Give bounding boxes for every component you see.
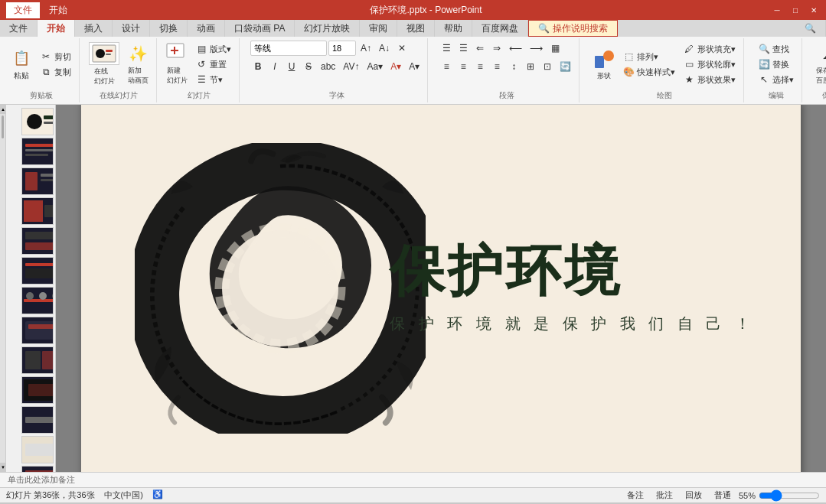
- normal-view-button[interactable]: 普通: [710, 489, 736, 502]
- slide-thumb-10[interactable]: [21, 138, 54, 165]
- justify-button[interactable]: ≡: [489, 60, 504, 73]
- new-slide-icon: [166, 43, 188, 64]
- format-button[interactable]: ▤ 版式▾: [192, 42, 234, 56]
- case-button[interactable]: Aa▾: [364, 60, 386, 73]
- select-button[interactable]: ↖ 选择▾: [755, 73, 797, 86]
- online-slides-button[interactable]: 在线幻灯片: [86, 41, 122, 88]
- underline-button[interactable]: U: [284, 60, 299, 73]
- ribbon-tab-pa[interactable]: 口袋动画 PA: [225, 20, 295, 37]
- shapes-button[interactable]: 形状: [590, 47, 618, 83]
- strikethrough-button[interactable]: S: [301, 60, 316, 73]
- shape-style-buttons: 🖊 形状填充▾ ▭ 形状轮廓▾ ★ 形状效果▾: [680, 42, 739, 86]
- shape-effect-button[interactable]: ★ 形状效果▾: [680, 73, 739, 86]
- bullets-button[interactable]: ☰: [439, 42, 454, 54]
- slide-thumb-9[interactable]: [21, 108, 54, 135]
- slide-thumb-14[interactable]: [21, 257, 54, 285]
- font-family-input[interactable]: [250, 41, 327, 56]
- add-animation-button[interactable]: ✨ 新加动画页: [124, 41, 152, 87]
- align-text-button[interactable]: ⊡: [540, 60, 555, 73]
- copy-button[interactable]: ⧉ 复制: [37, 65, 74, 79]
- group-slides: 新建幻灯片 ▤ 版式▾ ↺ 重置 ☰ 节▾: [158, 38, 240, 102]
- ribbon-tab-home[interactable]: 开始: [38, 20, 75, 37]
- slide-thumb-11[interactable]: [21, 167, 54, 195]
- find-button[interactable]: 🔍 查找: [755, 42, 797, 56]
- scroll-up-arrow[interactable]: ▲: [0, 105, 6, 114]
- svg-rect-22: [44, 205, 53, 217]
- slide-19-wrapper: 9: [8, 406, 54, 434]
- clear-format-button[interactable]: ✕: [394, 42, 410, 54]
- smartart-button[interactable]: 🔄: [557, 60, 574, 73]
- tab-file[interactable]: 文件: [6, 2, 40, 18]
- ribbon-tab-help[interactable]: 帮助: [435, 20, 472, 37]
- shape-outline-button[interactable]: ▭ 形状轮廓▾: [680, 57, 739, 71]
- align-right-button[interactable]: ≡: [472, 60, 488, 73]
- ribbon-tab-slideshow[interactable]: 幻灯片放映: [295, 20, 360, 37]
- ribbon-tab-review[interactable]: 审阅: [360, 20, 397, 37]
- numbering-button[interactable]: ☰: [455, 42, 471, 54]
- text-direction-button[interactable]: ⊞: [523, 60, 538, 73]
- slide-thumb-17[interactable]: [21, 346, 54, 374]
- paste-button[interactable]: 📋 粘贴: [8, 46, 35, 83]
- ribbon-tab-insert[interactable]: 插入: [75, 20, 113, 37]
- ltr-button[interactable]: ⟶: [527, 42, 546, 54]
- ribbon-tab-search[interactable]: 🔍 操作说明搜索: [528, 20, 617, 37]
- quick-style-button[interactable]: 🎨 快速样式▾: [619, 65, 678, 79]
- font-color2-button[interactable]: A▾: [406, 60, 423, 73]
- increase-font-button[interactable]: A↑: [357, 42, 374, 54]
- comments-view-button[interactable]: 批注: [651, 489, 677, 502]
- align-left-button[interactable]: ≡: [439, 60, 454, 73]
- notes-placeholder[interactable]: 单击此处添加备注: [8, 474, 75, 486]
- maximize-button[interactable]: □: [789, 4, 802, 16]
- slide-thumb-13[interactable]: [21, 227, 54, 255]
- font-color-button[interactable]: A▾: [387, 60, 404, 73]
- ribbon-tab-extra[interactable]: 🔍: [795, 20, 826, 37]
- charspace-button[interactable]: AV↑: [340, 60, 362, 73]
- save-baidu-button[interactable]: ☁ 保存到百度网盘: [813, 41, 826, 87]
- font-row-2: B I U S abc AV↑ Aa▾ A▾ A▾: [250, 58, 423, 75]
- notes-view-button[interactable]: 备注: [622, 489, 648, 502]
- decrease-font-button[interactable]: A↓: [376, 42, 393, 54]
- columns-button[interactable]: ▦: [547, 42, 563, 54]
- slide-thumb-16[interactable]: [21, 317, 54, 344]
- ribbon-tab-transition[interactable]: 切换: [150, 20, 188, 37]
- ribbon-tab-design[interactable]: 设计: [113, 20, 150, 37]
- scroll-down-arrow[interactable]: ▼: [0, 463, 6, 472]
- line-spacing-button[interactable]: ↕: [506, 60, 521, 73]
- section-button[interactable]: ☰ 节▾: [192, 73, 234, 86]
- ribbon-tab-baidu[interactable]: 百度网盘: [472, 20, 528, 37]
- font-size-input[interactable]: [328, 41, 356, 56]
- increase-indent-button[interactable]: ⇒: [489, 42, 504, 54]
- decrease-indent-button[interactable]: ⇐: [472, 42, 488, 54]
- slide-thumb-19[interactable]: [21, 406, 54, 434]
- slide-thumb-20[interactable]: [21, 436, 54, 463]
- align-center-button[interactable]: ≡: [455, 60, 471, 73]
- slide-thumb-18[interactable]: [21, 376, 54, 404]
- ribbon-tab-animation[interactable]: 动画: [188, 20, 225, 37]
- left-scrollbar[interactable]: ▲ ▼: [0, 105, 6, 472]
- new-slide-button[interactable]: 新建幻灯片: [163, 41, 191, 87]
- replace-button[interactable]: 🔄 替换: [755, 57, 797, 71]
- rtl-button[interactable]: ⟵: [506, 42, 525, 54]
- scroll-thumb[interactable]: [2, 115, 4, 138]
- slide-thumb-15[interactable]: [21, 287, 54, 314]
- shadow-button[interactable]: abc: [318, 60, 338, 73]
- italic-button[interactable]: I: [267, 60, 282, 73]
- ribbon-tab-view[interactable]: 视图: [397, 20, 435, 37]
- slide-thumb-21[interactable]: [21, 466, 54, 472]
- tab-home[interactable]: 开始: [41, 2, 75, 18]
- minimize-button[interactable]: ─: [771, 4, 783, 16]
- drawing-label: 绘图: [657, 90, 672, 101]
- replace-icon: 🔄: [758, 58, 770, 70]
- slide-9-wrapper: 9: [8, 108, 54, 135]
- close-button[interactable]: ✕: [808, 4, 820, 16]
- bold-button[interactable]: B: [250, 60, 266, 73]
- shape-fill-button[interactable]: 🖊 形状填充▾: [680, 42, 739, 56]
- slide-canvas[interactable]: 保护环境 保 护 环 境 就 是 保 护 我 们 自 己 ！: [81, 105, 801, 472]
- cut-button[interactable]: ✂ 剪切: [37, 50, 74, 63]
- ribbon-tab-file[interactable]: 文件: [0, 20, 38, 37]
- zoom-slider[interactable]: [759, 491, 820, 500]
- reset-button[interactable]: ↺ 重置: [192, 57, 234, 71]
- arrange-button[interactable]: ⬚ 排列▾: [619, 50, 678, 63]
- playback-view-button[interactable]: 回放: [681, 489, 707, 502]
- slide-thumb-12[interactable]: [21, 197, 54, 225]
